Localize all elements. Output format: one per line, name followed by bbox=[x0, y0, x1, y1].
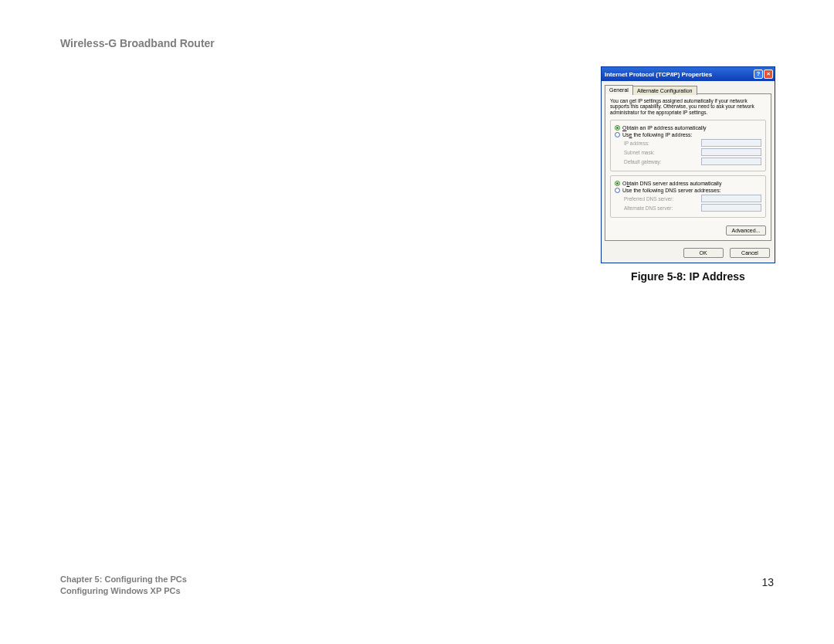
dns-group: Obtain DNS server address automatically … bbox=[610, 175, 766, 218]
radio-obtain-dns[interactable]: Obtain DNS server address automatically bbox=[615, 181, 761, 186]
tab-strip: General Alternate Configuration bbox=[605, 84, 771, 93]
ip-input bbox=[701, 139, 761, 147]
field-default-gateway: Default gateway: bbox=[624, 158, 761, 165]
radio-icon bbox=[615, 132, 620, 137]
field-label: Alternate DNS server: bbox=[624, 205, 673, 211]
page-number: 13 bbox=[761, 576, 774, 588]
field-subnet-mask: Subnet mask: bbox=[624, 148, 761, 156]
field-preferred-dns: Preferred DNS server: bbox=[624, 195, 761, 202]
radio-obtain-ip[interactable]: Obtain an IP address automatically bbox=[615, 125, 761, 130]
radio-icon bbox=[615, 125, 620, 130]
radio-icon bbox=[615, 188, 620, 193]
ok-button[interactable]: OK bbox=[683, 248, 724, 258]
xp-titlebar: Internet Protocol (TCP/IP) Properties ? … bbox=[602, 67, 775, 81]
radio-label: Obtain an IP address automatically bbox=[622, 125, 706, 130]
dialog-body: General Alternate Configuration You can … bbox=[602, 81, 775, 263]
field-label: IP address: bbox=[624, 141, 649, 146]
alternate-dns-input bbox=[701, 204, 761, 212]
tab-alternate-configuration[interactable]: Alternate Configuration bbox=[632, 86, 697, 95]
radio-label: Obtain DNS server address automatically bbox=[622, 181, 721, 186]
ip-address-group: Obtain an IP address automatically Use t… bbox=[610, 120, 766, 171]
footer-left: Chapter 5: Configuring the PCs Configuri… bbox=[60, 574, 187, 596]
preferred-dns-input bbox=[701, 195, 761, 202]
dialog-description: You can get IP settings assigned automat… bbox=[610, 98, 766, 115]
footer-chapter: Chapter 5: Configuring the PCs bbox=[60, 574, 187, 585]
footer-section: Configuring Windows XP PCs bbox=[60, 585, 187, 596]
field-alternate-dns: Alternate DNS server: bbox=[624, 204, 761, 212]
figure-caption: Figure 5-8: IP Address bbox=[601, 270, 775, 283]
tab-general[interactable]: General bbox=[605, 85, 633, 94]
xp-dialog-window: Internet Protocol (TCP/IP) Properties ? … bbox=[601, 66, 775, 263]
field-label: Default gateway: bbox=[624, 159, 661, 164]
radio-label: Use the following DNS server addresses: bbox=[622, 188, 721, 193]
field-label: Preferred DNS server: bbox=[624, 196, 673, 202]
radio-label: Use the following IP address: bbox=[622, 132, 693, 137]
field-ip-address: IP address: bbox=[624, 139, 761, 147]
advanced-button[interactable]: Advanced... bbox=[726, 225, 766, 236]
cancel-button[interactable]: Cancel bbox=[730, 248, 770, 258]
advanced-row: Advanced... bbox=[610, 222, 766, 236]
dialog-footer-buttons: OK Cancel bbox=[605, 241, 771, 259]
tab-panel-general: You can get IP settings assigned automat… bbox=[605, 93, 771, 241]
close-icon[interactable]: × bbox=[764, 69, 773, 79]
subnet-input bbox=[701, 148, 761, 156]
figure-ip-address: Internet Protocol (TCP/IP) Properties ? … bbox=[601, 66, 775, 263]
gateway-input bbox=[701, 158, 761, 165]
page-header: Wireless-G Broadband Router bbox=[60, 37, 215, 49]
help-icon[interactable]: ? bbox=[754, 69, 763, 79]
dialog-title: Internet Protocol (TCP/IP) Properties bbox=[605, 71, 754, 78]
radio-icon bbox=[615, 181, 620, 186]
radio-use-ip[interactable]: Use the following IP address: bbox=[615, 132, 761, 137]
radio-use-dns[interactable]: Use the following DNS server addresses: bbox=[615, 188, 761, 193]
field-label: Subnet mask: bbox=[624, 150, 655, 155]
